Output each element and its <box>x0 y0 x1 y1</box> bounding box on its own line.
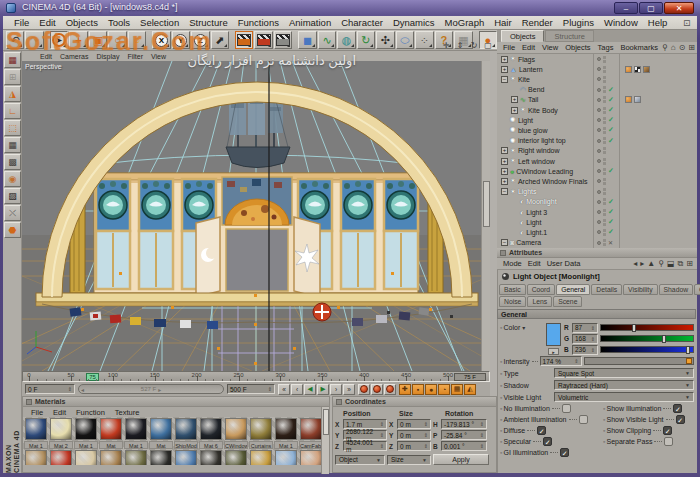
materials-menu-edit[interactable]: Edit <box>49 408 70 417</box>
materials-menu-file[interactable]: File <box>27 408 47 417</box>
intensity-slider[interactable] <box>584 357 694 365</box>
menu-dynamics[interactable]: Dynamics <box>388 17 440 28</box>
add-deformer-button[interactable]: ✣ <box>376 31 394 49</box>
viewport-menu-view[interactable]: View <box>147 53 170 60</box>
expand-icon[interactable]: + <box>511 96 518 103</box>
preview-range-slider[interactable]: ◂527 F▸ <box>78 384 224 394</box>
attr-tab-visibility[interactable]: Visibility <box>623 284 657 295</box>
channel-slider[interactable] <box>600 324 694 331</box>
attributes-menu-mode[interactable]: Mode <box>500 259 525 268</box>
material-thumbnail[interactable] <box>224 449 248 465</box>
goto-start-button[interactable]: « <box>278 384 290 395</box>
menu-selection[interactable]: Selection <box>135 17 184 28</box>
material-thumbnail[interactable]: Mat <box>99 417 123 449</box>
materials-scrollbar[interactable] <box>321 407 329 474</box>
render-dots-icon[interactable] <box>603 86 606 93</box>
viewport-rotate-icon[interactable]: ↻ <box>468 41 480 51</box>
color-swatch[interactable] <box>546 323 561 346</box>
material-thumbnail[interactable]: Mat 1 <box>24 417 48 449</box>
title-bar[interactable]: CINEMA 4D (64 Bit) - [windows8.c4d *] <box>0 0 700 16</box>
visibility-toggles[interactable] <box>597 158 606 165</box>
materials-title-bar[interactable]: Materials <box>23 397 329 407</box>
material-thumbnail[interactable] <box>274 449 298 465</box>
color-picker-button[interactable]: ▸ <box>548 348 559 355</box>
timeline-ruler[interactable]: 75 75 F 050100150200250300350400450500 <box>22 371 490 382</box>
object-menu-objects[interactable]: Objects <box>562 43 593 52</box>
visibility-toggles[interactable]: ✓ <box>597 167 614 175</box>
sound-toggle-button[interactable]: ◭ <box>464 384 476 395</box>
material-thumbnail[interactable] <box>174 449 198 465</box>
interactive-render-region-button[interactable]: ▦ <box>4 52 21 68</box>
editor-dot-icon[interactable] <box>597 190 601 194</box>
object-menu-view[interactable]: View <box>539 43 561 52</box>
render-dots-icon[interactable] <box>603 137 606 144</box>
render-dots-icon[interactable] <box>603 239 606 246</box>
add-generator-button[interactable]: ◍ <box>337 31 355 49</box>
viewport-move-icon[interactable]: ✛ <box>440 41 452 51</box>
viewport-maximize-icon[interactable]: ▢ <box>482 41 494 51</box>
material-thumbnail[interactable] <box>299 449 323 465</box>
visibility-toggles[interactable]: ✓ <box>597 126 614 134</box>
color-expand-arrow[interactable]: ▾ <box>522 324 525 331</box>
editor-dot-icon[interactable] <box>597 241 601 245</box>
attr-tab-caustics[interactable]: Caustics <box>694 284 700 295</box>
tree-item-light[interactable]: ✺Light✓ <box>497 115 697 125</box>
render-dots-icon[interactable] <box>603 168 606 175</box>
visibility-toggles[interactable] <box>597 76 606 83</box>
tree-item-light-1[interactable]: ◐Light.1✓ <box>497 227 697 237</box>
viewport-scrollbar[interactable] <box>481 61 490 371</box>
tree-item-left-window[interactable]: +✶Left window <box>497 156 697 166</box>
viewport-menu-edit[interactable]: Edit <box>36 53 56 60</box>
add-spline-button[interactable]: ∿ <box>318 31 336 49</box>
visibility-toggles[interactable]: ✓ <box>597 106 614 114</box>
material-thumbnail[interactable] <box>124 449 148 465</box>
playback-clock-button[interactable]: ◔ <box>438 384 450 395</box>
editor-dot-icon[interactable] <box>597 57 601 61</box>
add-environment-button[interactable]: ⬭ <box>396 31 414 49</box>
expand-icon[interactable]: + <box>501 178 508 185</box>
tree-item-moonlight[interactable]: ◐Moonlight✓ <box>497 197 697 207</box>
menu-mograph[interactable]: MoGraph <box>440 17 490 28</box>
render-queue-button[interactable] <box>274 31 292 49</box>
texture-mode-button[interactable]: ◉ <box>4 171 21 187</box>
visibility-toggles[interactable]: ✕ <box>597 239 613 246</box>
menu-plugins[interactable]: Plugins <box>558 17 599 28</box>
materials-menu-texture[interactable]: Texture <box>111 408 144 417</box>
render-dots-icon[interactable] <box>603 107 606 114</box>
record-keyframe-button[interactable]: ✚ <box>399 384 411 395</box>
render-dots-icon[interactable] <box>603 66 606 73</box>
tree-item-right-window[interactable]: +✶Right window <box>497 146 697 156</box>
compare-icon[interactable]: ⧉ <box>678 259 684 269</box>
checkbox-checked[interactable]: ✓ <box>537 426 546 435</box>
phong-tag-icon[interactable] <box>625 96 632 103</box>
points-mode-button[interactable]: ⬚ <box>4 120 21 136</box>
intensity-field[interactable]: 174 %⇕ <box>540 356 582 366</box>
menu-edit[interactable]: Edit <box>34 17 60 28</box>
render-dots-icon[interactable] <box>603 96 606 103</box>
menu-objects[interactable]: Objects <box>61 17 103 28</box>
mdi-restore-icon[interactable]: ⊡ <box>683 18 691 28</box>
visibility-toggles[interactable]: ✓ <box>597 198 614 206</box>
slider-knob[interactable] <box>686 346 690 354</box>
material-thumbnail[interactable]: CamFabr <box>299 417 323 449</box>
coord-size-dropdown[interactable]: Size▼ <box>387 455 431 465</box>
attr-tab-coord[interactable]: Coord <box>527 284 556 295</box>
tree-item-light-3[interactable]: ◐Light 3✓ <box>497 207 697 217</box>
viewport-menu-cameras[interactable]: Cameras <box>56 53 92 60</box>
coord-value-field[interactable]: 0.001 °⇕ <box>441 441 487 451</box>
lock-x-axis-button[interactable]: X <box>152 31 170 49</box>
expand-icon[interactable]: + <box>501 66 508 73</box>
expand-icon[interactable]: + <box>501 158 508 165</box>
last-used-tool-button[interactable]: ○ <box>128 31 146 49</box>
next-key-button[interactable]: › <box>330 384 342 395</box>
menu-functions[interactable]: Functions <box>233 17 284 28</box>
checkbox-unchecked[interactable] <box>664 437 673 446</box>
material-thumbnail[interactable]: Curtains <box>249 417 273 449</box>
view-label[interactable]: Perspective <box>25 63 62 70</box>
editor-dot-icon[interactable] <box>597 98 601 102</box>
axis-locked-button[interactable]: ⊞ <box>4 69 21 85</box>
visibility-toggles[interactable]: ✓ <box>597 228 614 236</box>
close-button[interactable]: ✕ <box>664 2 694 14</box>
editor-dot-icon[interactable] <box>597 118 601 122</box>
material-thumbnail[interactable] <box>249 449 273 465</box>
